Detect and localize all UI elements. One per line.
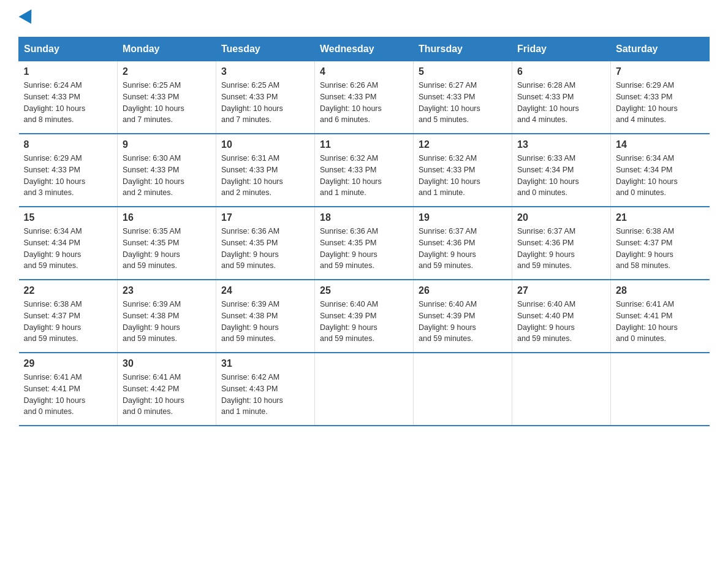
day-number: 5: [419, 66, 507, 77]
day-info: Sunrise: 6:41 AMSunset: 4:42 PMDaylight:…: [123, 373, 184, 416]
day-number: 13: [517, 139, 605, 150]
day-info: Sunrise: 6:27 AMSunset: 4:33 PMDaylight:…: [419, 81, 480, 124]
day-number: 3: [221, 66, 309, 77]
calendar-day-cell: 1 Sunrise: 6:24 AMSunset: 4:33 PMDayligh…: [19, 61, 118, 134]
day-info: Sunrise: 6:36 AMSunset: 4:35 PMDaylight:…: [221, 227, 279, 270]
day-info: Sunrise: 6:37 AMSunset: 4:36 PMDaylight:…: [419, 227, 477, 270]
day-number: 7: [616, 66, 705, 77]
day-info: Sunrise: 6:41 AMSunset: 4:41 PMDaylight:…: [24, 373, 86, 416]
calendar-day-cell: 15 Sunrise: 6:34 AMSunset: 4:34 PMDaylig…: [19, 207, 118, 280]
day-info: Sunrise: 6:28 AMSunset: 4:33 PMDaylight:…: [517, 81, 579, 124]
day-info: Sunrise: 6:29 AMSunset: 4:33 PMDaylight:…: [616, 81, 678, 124]
day-number: 16: [123, 212, 211, 223]
calendar-day-cell: [512, 353, 611, 426]
day-number: 14: [616, 139, 705, 150]
day-number: 1: [24, 66, 113, 77]
day-info: Sunrise: 6:39 AMSunset: 4:38 PMDaylight:…: [123, 300, 181, 343]
day-info: Sunrise: 6:42 AMSunset: 4:43 PMDaylight:…: [221, 373, 283, 416]
day-info: Sunrise: 6:39 AMSunset: 4:38 PMDaylight:…: [221, 300, 279, 343]
day-number: 4: [320, 66, 408, 77]
day-number: 19: [419, 212, 507, 223]
calendar-day-header: Wednesday: [315, 37, 414, 61]
day-info: Sunrise: 6:36 AMSunset: 4:35 PMDaylight:…: [320, 227, 378, 270]
day-info: Sunrise: 6:32 AMSunset: 4:33 PMDaylight:…: [419, 154, 480, 197]
day-number: 10: [221, 139, 309, 150]
day-info: Sunrise: 6:35 AMSunset: 4:35 PMDaylight:…: [123, 227, 181, 270]
day-number: 12: [419, 139, 507, 150]
day-info: Sunrise: 6:40 AMSunset: 4:39 PMDaylight:…: [320, 300, 378, 343]
day-info: Sunrise: 6:31 AMSunset: 4:33 PMDaylight:…: [221, 154, 283, 197]
day-info: Sunrise: 6:34 AMSunset: 4:34 PMDaylight:…: [616, 154, 678, 197]
calendar-day-cell: 26 Sunrise: 6:40 AMSunset: 4:39 PMDaylig…: [414, 280, 512, 353]
day-number: 18: [320, 212, 408, 223]
calendar-day-cell: 23 Sunrise: 6:39 AMSunset: 4:38 PMDaylig…: [118, 280, 216, 353]
calendar-day-cell: 28 Sunrise: 6:41 AMSunset: 4:41 PMDaylig…: [611, 280, 710, 353]
day-info: Sunrise: 6:25 AMSunset: 4:33 PMDaylight:…: [221, 81, 283, 124]
day-number: 6: [517, 66, 605, 77]
day-number: 8: [24, 139, 113, 150]
day-info: Sunrise: 6:34 AMSunset: 4:34 PMDaylight:…: [24, 227, 82, 270]
day-number: 27: [517, 285, 605, 296]
calendar-day-header: Monday: [118, 37, 216, 61]
calendar-day-header: Friday: [512, 37, 611, 61]
calendar-week-row: 22 Sunrise: 6:38 AMSunset: 4:37 PMDaylig…: [19, 280, 710, 353]
day-number: 24: [221, 285, 309, 296]
calendar-day-header: Sunday: [19, 37, 118, 61]
day-info: Sunrise: 6:26 AMSunset: 4:33 PMDaylight:…: [320, 81, 382, 124]
calendar-day-cell: 14 Sunrise: 6:34 AMSunset: 4:34 PMDaylig…: [611, 134, 710, 207]
day-number: 26: [419, 285, 507, 296]
calendar-day-cell: 8 Sunrise: 6:29 AMSunset: 4:33 PMDayligh…: [19, 134, 118, 207]
day-info: Sunrise: 6:40 AMSunset: 4:39 PMDaylight:…: [419, 300, 477, 343]
day-info: Sunrise: 6:41 AMSunset: 4:41 PMDaylight:…: [616, 300, 678, 343]
calendar-day-cell: [414, 353, 512, 426]
day-number: 21: [616, 212, 705, 223]
day-info: Sunrise: 6:24 AMSunset: 4:33 PMDaylight:…: [24, 81, 86, 124]
logo-blue-text: [18, 12, 36, 25]
calendar-day-cell: 7 Sunrise: 6:29 AMSunset: 4:33 PMDayligh…: [611, 61, 710, 134]
day-number: 25: [320, 285, 408, 296]
calendar-day-cell: 6 Sunrise: 6:28 AMSunset: 4:33 PMDayligh…: [512, 61, 611, 134]
day-info: Sunrise: 6:37 AMSunset: 4:36 PMDaylight:…: [517, 227, 575, 270]
calendar-day-cell: 31 Sunrise: 6:42 AMSunset: 4:43 PMDaylig…: [216, 353, 315, 426]
calendar-week-row: 15 Sunrise: 6:34 AMSunset: 4:34 PMDaylig…: [19, 207, 710, 280]
calendar-day-cell: 13 Sunrise: 6:33 AMSunset: 4:34 PMDaylig…: [512, 134, 611, 207]
calendar-day-header: Thursday: [414, 37, 512, 61]
calendar-day-cell: 21 Sunrise: 6:38 AMSunset: 4:37 PMDaylig…: [611, 207, 710, 280]
day-info: Sunrise: 6:40 AMSunset: 4:40 PMDaylight:…: [517, 300, 575, 343]
calendar-day-cell: 17 Sunrise: 6:36 AMSunset: 4:35 PMDaylig…: [216, 207, 315, 280]
calendar-table: SundayMondayTuesdayWednesdayThursdayFrid…: [18, 37, 710, 426]
calendar-day-cell: 25 Sunrise: 6:40 AMSunset: 4:39 PMDaylig…: [315, 280, 414, 353]
day-number: 28: [616, 285, 705, 296]
calendar-day-cell: 29 Sunrise: 6:41 AMSunset: 4:41 PMDaylig…: [19, 353, 118, 426]
day-number: 2: [123, 66, 211, 77]
day-number: 15: [24, 212, 113, 223]
calendar-day-header: Tuesday: [216, 37, 315, 61]
calendar-day-cell: 18 Sunrise: 6:36 AMSunset: 4:35 PMDaylig…: [315, 207, 414, 280]
calendar-day-cell: 20 Sunrise: 6:37 AMSunset: 4:36 PMDaylig…: [512, 207, 611, 280]
day-info: Sunrise: 6:38 AMSunset: 4:37 PMDaylight:…: [24, 300, 82, 343]
day-number: 9: [123, 139, 211, 150]
calendar-week-row: 8 Sunrise: 6:29 AMSunset: 4:33 PMDayligh…: [19, 134, 710, 207]
calendar-day-cell: 12 Sunrise: 6:32 AMSunset: 4:33 PMDaylig…: [414, 134, 512, 207]
day-info: Sunrise: 6:25 AMSunset: 4:33 PMDaylight:…: [123, 81, 184, 124]
day-info: Sunrise: 6:29 AMSunset: 4:33 PMDaylight:…: [24, 154, 86, 197]
calendar-day-cell: [611, 353, 710, 426]
day-number: 29: [24, 358, 113, 369]
calendar-day-cell: 5 Sunrise: 6:27 AMSunset: 4:33 PMDayligh…: [414, 61, 512, 134]
calendar-day-cell: 11 Sunrise: 6:32 AMSunset: 4:33 PMDaylig…: [315, 134, 414, 207]
day-number: 17: [221, 212, 309, 223]
calendar-day-header: Saturday: [611, 37, 710, 61]
calendar-week-row: 1 Sunrise: 6:24 AMSunset: 4:33 PMDayligh…: [19, 61, 710, 134]
calendar-day-cell: 2 Sunrise: 6:25 AMSunset: 4:33 PMDayligh…: [118, 61, 216, 134]
day-number: 31: [221, 358, 309, 369]
day-number: 20: [517, 212, 605, 223]
logo: [18, 12, 36, 25]
calendar-day-cell: 19 Sunrise: 6:37 AMSunset: 4:36 PMDaylig…: [414, 207, 512, 280]
day-info: Sunrise: 6:33 AMSunset: 4:34 PMDaylight:…: [517, 154, 579, 197]
day-number: 22: [24, 285, 113, 296]
calendar-day-cell: 16 Sunrise: 6:35 AMSunset: 4:35 PMDaylig…: [118, 207, 216, 280]
calendar-day-cell: [315, 353, 414, 426]
logo-triangle-icon: [19, 9, 38, 27]
calendar-day-cell: 3 Sunrise: 6:25 AMSunset: 4:33 PMDayligh…: [216, 61, 315, 134]
day-number: 30: [123, 358, 211, 369]
